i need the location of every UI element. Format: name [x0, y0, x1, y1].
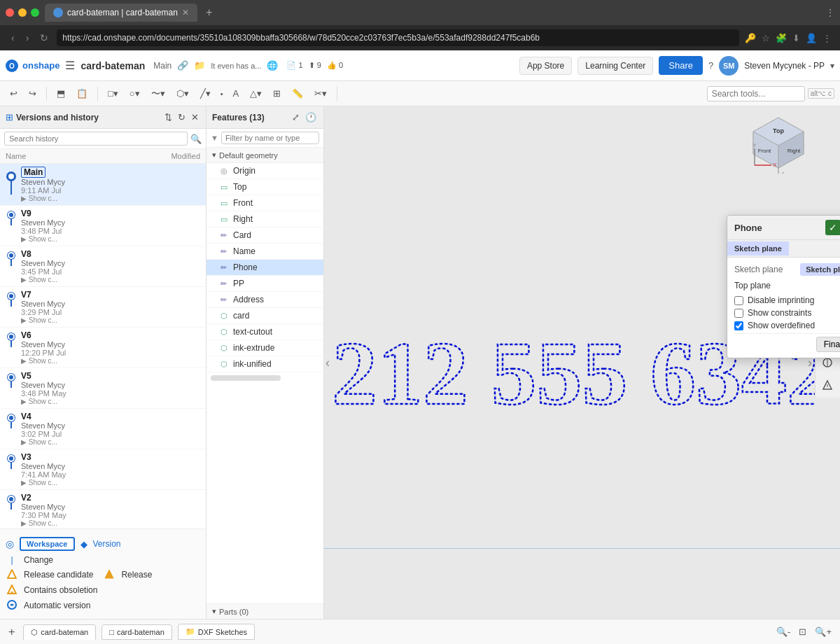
- undo-button[interactable]: ↩: [6, 86, 22, 101]
- version-show-v7[interactable]: ▶ Show c...: [21, 316, 202, 324]
- zoom-out-button[interactable]: 🔍-: [774, 624, 793, 640]
- shape-tool-2[interactable]: △▾: [246, 86, 266, 101]
- version-name-main[interactable]: Main: [21, 167, 46, 178]
- feature-group-default-geometry[interactable]: ▾ Default geometry: [206, 148, 323, 163]
- forward-button[interactable]: ›: [23, 31, 32, 45]
- canvas-area[interactable]: Top Right Front Y X ‹ ›: [324, 106, 840, 619]
- zoom-in-button[interactable]: 🔍+: [812, 624, 834, 640]
- hamburger-menu-button[interactable]: ☰: [65, 59, 75, 72]
- features-filter-input[interactable]: [221, 132, 319, 144]
- version-row-v8[interactable]: V8 Steven Mycy 3:45 PM Jul ▶ Show c...: [0, 246, 206, 287]
- add-tab-button[interactable]: +: [6, 623, 18, 641]
- browser-overflow-icon[interactable]: ⋮: [822, 33, 832, 43]
- maximize-window-button[interactable]: [31, 8, 39, 17]
- rt-button-3[interactable]: [818, 375, 837, 395]
- version-show-v4[interactable]: ▶ Show c...: [21, 438, 202, 446]
- minimize-window-button[interactable]: [18, 8, 27, 17]
- version-show-v6[interactable]: ▶ Show c...: [21, 357, 202, 365]
- profile-icon[interactable]: 👤: [806, 33, 817, 43]
- folder-icon[interactable]: 📁: [194, 60, 205, 71]
- dialog-ok-button[interactable]: ✓: [825, 220, 840, 235]
- tab-close-button[interactable]: ✕: [182, 8, 189, 18]
- browser-menu-button[interactable]: ⋮: [826, 8, 834, 18]
- tab-card-bateman-1[interactable]: ⬡ card-bateman: [23, 624, 96, 640]
- disable-imprinting-checkbox[interactable]: [734, 296, 743, 305]
- paste-button[interactable]: 📋: [72, 86, 92, 101]
- download-icon[interactable]: ⬇: [792, 33, 800, 43]
- share-button[interactable]: Share: [659, 56, 703, 75]
- bookmark-icon[interactable]: ☆: [762, 33, 770, 43]
- version-row-v9[interactable]: V9 Steven Mycy 3:48 PM Jul ▶ Show c...: [0, 206, 206, 246]
- feature-item-card-part[interactable]: ⬡ card: [206, 308, 323, 324]
- spline-tool[interactable]: 〜▾: [147, 85, 169, 102]
- search-icon[interactable]: 🔍: [190, 134, 202, 144]
- help-button[interactable]: ?: [708, 60, 713, 71]
- final-button[interactable]: Final: [816, 337, 840, 352]
- version-show-v8[interactable]: ▶ Show c...: [21, 276, 202, 284]
- rectangle-tool[interactable]: □▾: [104, 86, 122, 101]
- tab-dxf-sketches[interactable]: 📁 DXF Sketches: [178, 624, 255, 640]
- learning-center-button[interactable]: Learning Center: [578, 57, 653, 75]
- line-tool[interactable]: ╱▾: [196, 86, 215, 101]
- parts-section[interactable]: ▾ Parts (0): [206, 603, 323, 619]
- extensions-icon[interactable]: 🧩: [776, 33, 787, 43]
- version-row-v5[interactable]: V5 Steven Mycy 3:48 PM May ▶ Show c...: [0, 368, 206, 409]
- url-input[interactable]: [57, 29, 739, 46]
- version-row-v7[interactable]: V7 Steven Mycy 3:29 PM Jul ▶ Show c...: [0, 287, 206, 328]
- feature-item-front[interactable]: ▭ Front: [206, 195, 323, 211]
- browser-tab[interactable]: card-bateman | card-bateman ✕: [45, 4, 197, 22]
- circle-tool[interactable]: ○▾: [125, 86, 144, 101]
- redo-button[interactable]: ↪: [24, 86, 41, 101]
- feature-item-text-cutout[interactable]: ⬡ text-cutout: [206, 324, 323, 340]
- tab-card-bateman-2[interactable]: □ card-bateman: [102, 624, 172, 640]
- shape-tool[interactable]: ⬡▾: [172, 86, 193, 101]
- feature-item-origin[interactable]: ◎ Origin: [206, 163, 323, 179]
- app-store-button[interactable]: App Store: [519, 57, 572, 75]
- workspace-button[interactable]: Workspace: [20, 537, 75, 551]
- feature-item-right[interactable]: ▭ Right: [206, 211, 323, 227]
- constraint-tool[interactable]: ⊞: [269, 86, 285, 101]
- sort-versions-button[interactable]: ⇅: [163, 111, 174, 124]
- feature-item-pp[interactable]: ✏ PP: [206, 276, 323, 292]
- feature-item-top[interactable]: ▭ Top: [206, 179, 323, 195]
- version-show-main[interactable]: ▶ Show c...: [21, 195, 202, 202]
- show-overdefined-checkbox[interactable]: [734, 321, 743, 330]
- sketch-plane-tab[interactable]: Sketch plane: [727, 241, 789, 255]
- feature-item-address[interactable]: ✏ Address: [206, 292, 323, 308]
- back-button[interactable]: ‹: [8, 31, 18, 45]
- features-history-button[interactable]: 🕐: [304, 111, 318, 124]
- version-show-v2[interactable]: ▶ Show c...: [21, 519, 202, 527]
- version-row-v6[interactable]: V6 Steven Mycy 12:20 PM Jul ▶ Show c...: [0, 328, 206, 368]
- measure-tool[interactable]: 📏: [288, 86, 307, 101]
- version-row-v4[interactable]: V4 Steven Mycy 3:02 PM Jul ▶ Show c...: [0, 409, 206, 449]
- view-cube[interactable]: Top Right Front Y X: [748, 112, 809, 174]
- zoom-fit-button[interactable]: ⊡: [796, 624, 809, 640]
- trim-tool[interactable]: ✂▾: [310, 86, 331, 101]
- versions-search-input[interactable]: [4, 132, 188, 146]
- feature-item-phone[interactable]: ✏ Phone: [206, 260, 323, 276]
- version-show-v3[interactable]: ▶ Show c...: [21, 479, 202, 486]
- new-tab-button[interactable]: +: [206, 6, 212, 19]
- user-avatar[interactable]: SM: [719, 56, 738, 76]
- version-show-v5[interactable]: ▶ Show c...: [21, 398, 202, 405]
- version-row-main[interactable]: Main Steven Mycy 9:11 AM Jul ▶ Show c...: [0, 164, 206, 206]
- link-icon[interactable]: 🔗: [177, 60, 188, 71]
- expand-features-button[interactable]: ⤢: [290, 111, 301, 124]
- version-row-v3[interactable]: V3 Steven Mycy 7:41 AM May ▶ Show c...: [0, 449, 206, 490]
- user-menu-chevron[interactable]: ▾: [830, 61, 834, 71]
- refresh-versions-button[interactable]: ↻: [176, 111, 187, 124]
- search-tools-input[interactable]: [707, 86, 805, 102]
- feature-item-name[interactable]: ✏ Name: [206, 244, 323, 260]
- feature-item-ink-extrude[interactable]: ⬡ ink-extrude: [206, 340, 323, 356]
- close-window-button[interactable]: [6, 8, 14, 17]
- version-button[interactable]: Version: [93, 539, 121, 549]
- show-constraints-checkbox[interactable]: [734, 309, 743, 318]
- copy-button[interactable]: ⬒: [52, 86, 69, 101]
- reload-button[interactable]: ↻: [37, 31, 51, 45]
- version-row-v2[interactable]: V2 Steven Mycy 7:30 PM May ▶ Show c...: [0, 490, 206, 528]
- text-tool[interactable]: A: [229, 86, 244, 101]
- feature-item-card[interactable]: ✏ Card: [206, 227, 323, 244]
- feature-item-ink-unified[interactable]: ⬡ ink-unified: [206, 356, 323, 372]
- close-versions-button[interactable]: ✕: [190, 111, 200, 124]
- version-show-v9[interactable]: ▶ Show c...: [21, 235, 202, 243]
